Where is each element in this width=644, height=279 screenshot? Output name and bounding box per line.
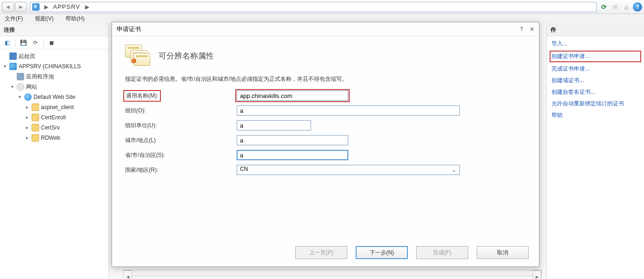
folder-icon (32, 104, 39, 111)
tree-label: aspnet_client (41, 102, 74, 112)
breadcrumb-sep2: ▶ (83, 4, 91, 10)
country-dropdown[interactable]: CN (237, 165, 460, 175)
save-icon[interactable]: 💾 (18, 38, 28, 48)
twisty[interactable]: ▸ (24, 102, 30, 112)
dialog-header: 可分辨名称属性 (125, 45, 526, 67)
address-bar: ◄ ► ▶ APPSRV ▶ ⟳ ✉ ⌂ ? (0, 0, 644, 14)
tree: 起始页 ▾ APPSRV (CHINASKILLS 应用程序池 ▾ 网站 ▾ D… (0, 49, 109, 145)
tree-apppool[interactable]: 应用程序池 (2, 71, 107, 82)
folder-icon (32, 124, 39, 131)
sites-icon (17, 83, 24, 91)
actions-title: 作 (547, 24, 644, 36)
breadcrumb-sep: ▶ (42, 4, 50, 10)
tree-aspnet[interactable]: ▸ aspnet_client (2, 102, 107, 112)
menu-file[interactable]: 文件(F) (5, 15, 23, 23)
organizational-unit-field[interactable] (237, 120, 311, 130)
twisty[interactable]: ▸ (24, 133, 30, 143)
dialog-description: 指定证书的必需信息。省/市/自治区和城市/地点必须指定为正式名称，并且不得包含缩… (125, 75, 526, 83)
home-icon[interactable]: ⌂ (622, 2, 631, 12)
menu-help[interactable]: 帮助(H) (66, 15, 85, 23)
twisty[interactable]: ▸ (24, 112, 30, 123)
breadcrumb[interactable]: ▶ APPSRV ▶ (30, 2, 597, 12)
twisty[interactable]: ▸ (24, 123, 30, 133)
dialog-heading: 可分辨名称属性 (159, 51, 214, 61)
menu-view[interactable]: 视图(V) (35, 15, 53, 23)
dn-form: 通用名称(M): 组织(O): 组织单位(U): 城市/地点(L) 省/市/自治… (125, 91, 526, 175)
cancel-button[interactable]: 取消 (477, 246, 529, 259)
actions-links: 导入... 创建证书申请... 完成证书申请... 创建域证书... 创建自签名… (547, 36, 644, 123)
action-auto-rebind[interactable]: 允许自动重新绑定续订的证书 (550, 98, 641, 110)
connect-icon[interactable]: ◧ (2, 38, 12, 48)
tree-label: 应用程序池 (26, 71, 54, 82)
tree-server[interactable]: ▾ APPSRV (CHINASKILLS (2, 61, 107, 71)
tree-certenroll[interactable]: ▸ CertEnroll (2, 112, 107, 123)
home-icon (9, 52, 17, 60)
sep (43, 39, 44, 47)
action-import[interactable]: 导入... (550, 38, 641, 50)
tree-certsrv[interactable]: ▸ CertSrv (2, 123, 107, 133)
action-create-domain-cert[interactable]: 创建域证书... (550, 75, 641, 86)
tree-label: RDWeb (41, 133, 60, 143)
tree-label: Default Web Site (33, 92, 75, 102)
dialog-help-icon[interactable]: ? (520, 26, 523, 32)
scroll-track[interactable] (132, 270, 533, 276)
twisty[interactable]: ▾ (2, 61, 7, 71)
stop-icon[interactable]: ◼ (46, 38, 57, 48)
next-button[interactable]: 下一步(N) (356, 246, 408, 259)
breadcrumb-icon (32, 3, 40, 11)
label-ou: 组织单位(U): (125, 122, 237, 130)
twisty[interactable]: ▾ (9, 82, 15, 92)
label-org: 组织(O): (125, 107, 237, 115)
request-certificate-dialog: 申请证书 ? ✕ 可分辨名称属性 指定证书的必需信息。省/市/自治区和城市/地点… (112, 22, 539, 267)
actions-pane: 作 导入... 创建证书申请... 完成证书申请... 创建域证书... 创建自… (546, 24, 644, 279)
tree-label: 起始页 (19, 51, 35, 61)
country-value: CN (240, 166, 248, 172)
folder-icon (32, 114, 39, 121)
tree-label: CertEnroll (41, 112, 66, 123)
action-complete-cert-request[interactable]: 完成证书申请... (550, 63, 641, 75)
mail-icon[interactable]: ✉ (611, 2, 620, 12)
action-help[interactable]: 帮助 (550, 110, 641, 121)
tree-start[interactable]: 起始页 (2, 51, 107, 61)
twisty[interactable]: ▾ (17, 92, 22, 102)
common-name-field[interactable] (237, 91, 348, 101)
dialog-titlebar: 申请证书 ? ✕ (112, 22, 539, 36)
label-state: 省/市/自治区(S): (125, 151, 237, 159)
state-field[interactable] (237, 150, 348, 160)
scroll-left-button[interactable]: ◂ (124, 270, 132, 279)
tree-label: CertSrv (41, 123, 60, 133)
server-icon (9, 63, 17, 70)
dialog-body: 可分辨名称属性 指定证书的必需信息。省/市/自治区和城市/地点必须指定为正式名称… (112, 36, 539, 175)
tree-rdweb[interactable]: ▸ RDWeb (2, 133, 107, 143)
label-city: 城市/地点(L) (125, 136, 237, 144)
refresh-tree-icon[interactable]: ⟳ (30, 38, 40, 48)
action-create-selfsigned-cert[interactable]: 创建自签名证书... (550, 86, 641, 98)
sep (15, 39, 15, 47)
prev-button: 上一页(P) (295, 246, 347, 259)
action-create-cert-request[interactable]: 创建证书申请... (550, 51, 641, 62)
finish-button: 完成(F) (416, 246, 468, 259)
h-scrollbar[interactable]: ◂ ▸ (123, 270, 542, 276)
folder-icon (32, 134, 39, 142)
pool-icon (17, 73, 24, 80)
dialog-buttons: 上一页(P) 下一步(N) 完成(F) 取消 (295, 246, 529, 259)
help-icon[interactable]: ? (633, 2, 642, 12)
city-field[interactable] (237, 135, 348, 145)
label-common-name: 通用名称(M): (125, 92, 237, 100)
dialog-title: 申请证书 (117, 25, 141, 33)
breadcrumb-root[interactable]: APPSRV (53, 3, 80, 10)
tree-label: 网站 (26, 82, 37, 92)
connections-pane: 连接 ◧ 💾 ⟳ ◼ 起始页 ▾ APPSRV (CHINASKILLS (0, 24, 109, 279)
nav-right: ⟳ ✉ ⌂ ? (599, 2, 642, 12)
back-button[interactable]: ◄ (2, 2, 14, 12)
refresh-icon[interactable]: ⟳ (599, 2, 609, 12)
tree-default-site[interactable]: ▾ Default Web Site (2, 92, 107, 102)
scroll-right-button[interactable]: ▸ (533, 270, 541, 279)
close-icon[interactable]: ✕ (530, 26, 534, 32)
forward-button[interactable]: ► (15, 2, 27, 12)
nav-arrows: ◄ ► (2, 2, 27, 12)
certificate-icon (125, 45, 150, 67)
organization-field[interactable] (237, 105, 460, 116)
tree-sites[interactable]: ▾ 网站 (2, 82, 107, 92)
globe-icon (24, 93, 32, 101)
